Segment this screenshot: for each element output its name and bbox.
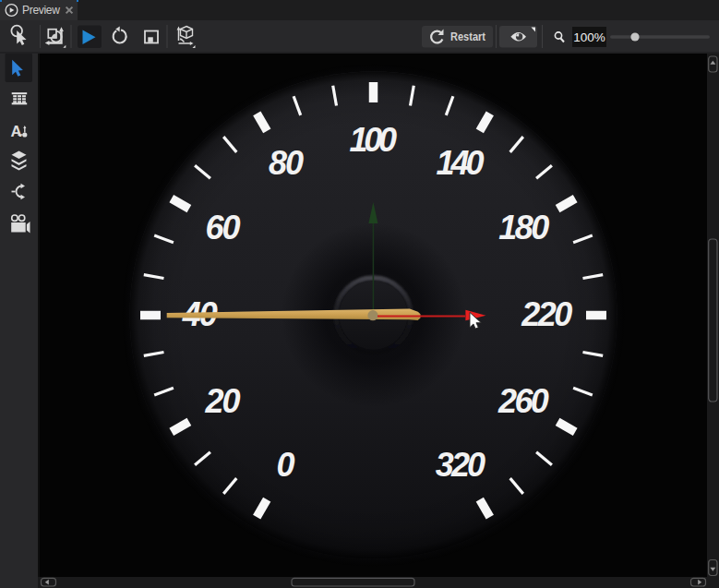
svg-text:0: 0 <box>277 446 295 484</box>
svg-text:100%: 100% <box>573 30 605 44</box>
svg-text:20: 20 <box>205 382 241 420</box>
svg-text:180: 180 <box>498 209 549 246</box>
svg-text:100: 100 <box>350 121 398 159</box>
svg-text:260: 260 <box>497 382 549 420</box>
svg-text:60: 60 <box>206 209 241 246</box>
svg-text:A: A <box>11 123 22 140</box>
svg-text:140: 140 <box>437 144 485 182</box>
svg-text:80: 80 <box>269 144 304 182</box>
svg-text:320: 320 <box>436 446 486 484</box>
svg-text:220: 220 <box>521 295 572 333</box>
svg-text:Restart: Restart <box>450 30 486 43</box>
